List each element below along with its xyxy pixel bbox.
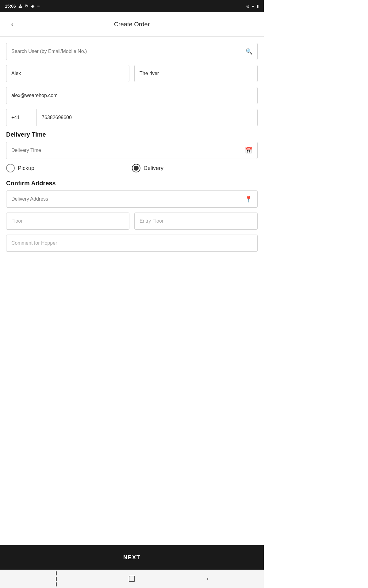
back-button[interactable]: ‹ (6, 18, 18, 31)
more-icon: ··· (37, 4, 40, 9)
signal-icon: ◈ (31, 4, 34, 9)
android-menu-button[interactable] (50, 573, 62, 585)
delivery-time-input[interactable] (11, 148, 245, 153)
floor-field[interactable] (6, 213, 129, 230)
status-bar-left: 15:06 ⚠ ↻ ◈ ··· (5, 4, 40, 9)
search-input[interactable] (11, 49, 246, 54)
name-row (6, 65, 258, 82)
page-title: Create Order (114, 21, 150, 28)
delivery-address-input[interactable] (11, 196, 245, 202)
location-status-icon: ◎ (246, 4, 249, 8)
status-bar: 15:06 ⚠ ↻ ◈ ··· ◎ ▲ ▮ (0, 0, 264, 12)
floor-row (6, 213, 258, 230)
search-icon: 🔍 (246, 48, 252, 55)
delivery-radio[interactable] (132, 164, 140, 172)
battery-status-icon: ▮ (257, 4, 259, 8)
delivery-time-container: 📅 (6, 142, 258, 159)
delivery-radio-inner (134, 166, 139, 171)
comment-field[interactable] (6, 235, 258, 252)
delivery-address-container: 📍 (6, 190, 258, 208)
header: ‹ Create Order (0, 12, 264, 37)
first-name-field[interactable] (6, 65, 129, 82)
android-back-button[interactable]: › (201, 573, 214, 585)
last-name-field[interactable] (134, 65, 258, 82)
alert-icon: ⚠ (18, 4, 22, 9)
phone-number-field[interactable] (37, 109, 258, 126)
entry-floor-field[interactable] (134, 213, 258, 230)
delivery-label: Delivery (144, 165, 163, 172)
bottom-nav: NEXT (0, 545, 264, 570)
search-container: 🔍 (6, 43, 258, 60)
phone-row (6, 109, 258, 126)
status-time: 15:06 (5, 4, 16, 9)
email-field[interactable] (6, 87, 258, 104)
status-bar-right: ◎ ▲ ▮ (246, 4, 259, 8)
confirm-address-label: Confirm Address (6, 180, 258, 187)
calendar-icon: 📅 (245, 147, 252, 154)
home-square-icon (129, 576, 135, 582)
delivery-time-label: Delivery Time (6, 131, 258, 138)
menu-lines-icon (56, 571, 57, 586)
wifi-status-icon: ▲ (251, 4, 255, 8)
map-pin-icon: 📍 (245, 195, 252, 203)
rotate-icon: ↻ (25, 4, 29, 9)
pickup-option[interactable]: Pickup (6, 164, 132, 172)
radio-group: Pickup Delivery (6, 164, 258, 172)
android-home-button[interactable] (126, 573, 138, 585)
pickup-radio[interactable] (6, 164, 15, 172)
country-code-field[interactable] (6, 109, 37, 126)
android-nav-bar: › (0, 570, 264, 588)
next-button[interactable]: NEXT (123, 554, 140, 561)
delivery-option[interactable]: Delivery (132, 164, 258, 172)
main-content: 🔍 Delivery Time 📅 Pickup Delivery Confir… (0, 37, 264, 545)
pickup-label: Pickup (18, 165, 34, 172)
back-chevron-icon: › (206, 575, 209, 583)
